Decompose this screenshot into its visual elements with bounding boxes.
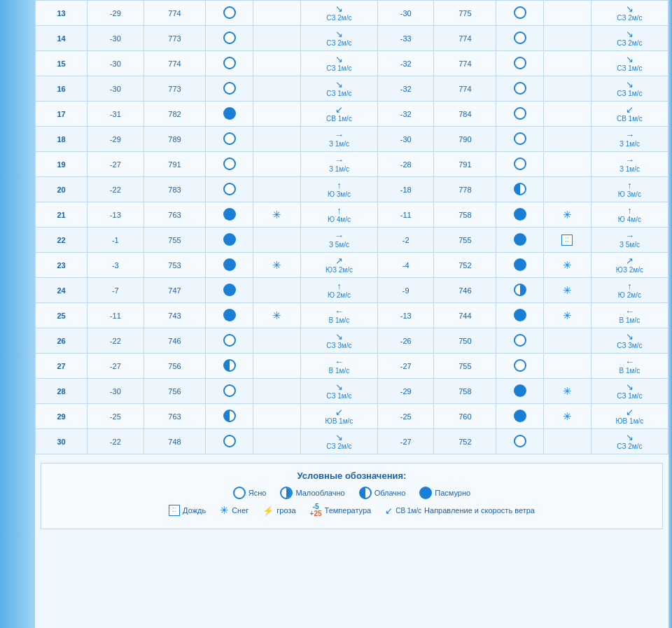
wind-arrow-icon: ↑	[592, 205, 667, 216]
rain-icon: ⁚⁚	[169, 505, 180, 516]
wind-text: СЗ 3м/с	[617, 342, 642, 349]
weather-table: 13-29774↘СЗ 2м/с-30775↘СЗ 2м/с14-30773↘С…	[35, 0, 668, 454]
wind-arrow-icon: ↘	[302, 79, 377, 90]
temp-cell: -33	[377, 26, 433, 51]
wind-text: В 1м/с	[329, 367, 350, 375]
wind-text: В 1м/с	[620, 367, 640, 375]
weather-icon-cell	[496, 127, 544, 152]
day-number: 25	[36, 303, 88, 328]
wind-text: СЗ 2м/с	[617, 442, 642, 450]
wind-arrow-icon: ↑	[302, 180, 377, 191]
wind-arrow-icon: ↘	[592, 29, 667, 40]
precip-cell	[253, 51, 301, 76]
weather-icon-cell	[496, 253, 544, 278]
table-row: 26-22746↘СЗ 3м/с-26750↘СЗ 3м/с	[36, 328, 668, 354]
precip-cell	[253, 1, 301, 26]
pressure-cell: 748	[144, 429, 206, 454]
wind-arrow-icon: ↘	[592, 382, 667, 393]
wind-cell: →З 1м/с	[300, 127, 377, 152]
precip-cell	[253, 354, 301, 379]
precip-cell: ✳	[253, 202, 301, 228]
temp-cell: -28	[377, 152, 433, 177]
weather-icon-cell	[496, 404, 544, 429]
wind-cell: ←В 1м/с	[300, 354, 377, 379]
weather-icon-cell	[206, 354, 253, 379]
wind-text: В 1м/с	[329, 316, 350, 324]
pressure-cell: 789	[144, 127, 206, 152]
wind-cell: ↗ЮЗ 2м/с	[591, 253, 668, 278]
wind-text: СЗ 1м/с	[617, 90, 642, 97]
temp-cell: -27	[377, 429, 433, 454]
temp-cell: -30	[88, 379, 144, 404]
wind-cell: ↑Ю 4м/с	[302, 205, 377, 225]
temp-cell: -30	[88, 76, 144, 102]
precip-cell	[544, 328, 592, 354]
wind-cell: ↘СЗ 1м/с	[592, 54, 667, 74]
wind-arrow-icon: ↘	[302, 331, 377, 342]
wind-cell: ↙СВ 1м/с	[302, 104, 377, 124]
wind-cell: ↘СЗ 2м/с	[300, 1, 377, 26]
legend-storm: ⚡ гроза	[262, 505, 295, 516]
precip-cell	[544, 127, 592, 152]
snow-icon: ✳	[220, 504, 229, 517]
wind-text: В 1м/с	[620, 316, 640, 324]
precip-cell	[253, 177, 301, 202]
weather-icon-cell	[206, 429, 253, 454]
circle-empty-icon	[233, 487, 246, 499]
weather-icon-cell	[496, 177, 544, 202]
wind-cell: →З 1м/с	[591, 152, 668, 177]
wind-cell: ↘СЗ 1м/с	[591, 51, 668, 76]
wind-cell: ↘СЗ 2м/с	[591, 429, 668, 454]
weather-icon-cell	[496, 379, 544, 404]
pressure-cell: 746	[434, 278, 496, 303]
precip-cell	[253, 127, 301, 152]
wind-cell: ↑Ю 4м/с	[591, 202, 668, 228]
wind-arrow-icon: ←	[302, 306, 377, 317]
legend-temp-label: Температура	[325, 506, 372, 515]
wind-cell: ↙СВ 1м/с	[592, 104, 667, 124]
temp-cell: -29	[88, 1, 144, 26]
wind-cell: ↘СЗ 2м/с	[591, 26, 668, 51]
wind-cell: ↙ЮВ 1м/с	[591, 404, 668, 429]
temp-cell: -25	[88, 404, 144, 429]
day-number: 29	[36, 404, 88, 429]
wind-cell: →З 1м/с	[300, 152, 377, 177]
circle-quarter-icon	[280, 487, 293, 499]
weather-icon-cell	[206, 328, 253, 354]
wind-text: З 5м/с	[620, 241, 640, 249]
legend-section: Условные обозначения: Ясно Малооблачно О…	[41, 463, 663, 529]
legend-cloudy-label: Облачно	[374, 489, 406, 497]
day-number: 28	[36, 379, 88, 404]
wind-arrow-icon: ↑	[592, 281, 667, 292]
pressure-cell: 756	[144, 354, 206, 379]
wind-cell: ↑Ю 2м/с	[591, 278, 668, 303]
wind-cell: ↙ЮВ 1м/с	[300, 404, 377, 429]
precip-cell	[253, 379, 301, 404]
pressure-cell: 752	[434, 429, 496, 454]
wind-text: СЗ 1м/с	[617, 392, 642, 400]
wind-cell: →З 5м/с	[302, 230, 377, 250]
weather-icon-cell	[496, 76, 544, 102]
wind-text: ЮВ 1м/с	[326, 417, 354, 425]
wind-cell: ↑Ю 2м/с	[302, 281, 377, 300]
wind-text: Ю 3м/с	[618, 190, 641, 198]
wind-cell: ↘СЗ 1м/с	[591, 379, 668, 404]
table-row: 19-27791→З 1м/с-28791→З 1м/с	[36, 152, 668, 177]
day-number: 18	[36, 127, 88, 152]
temp-cell: -27	[88, 152, 144, 177]
table-row: 17-31782↙СВ 1м/с-32784↙СВ 1м/с	[36, 102, 668, 127]
precip-cell	[253, 76, 301, 102]
legend-row1: Ясно Малооблачно Облачно Пасмурно	[48, 487, 655, 499]
precip-cell: ✳	[544, 253, 592, 278]
pressure-cell: 775	[434, 1, 496, 26]
weather-icon-cell	[496, 102, 544, 127]
wind-text: З 1м/с	[620, 140, 640, 148]
wind-cell: ↘СЗ 2м/с	[302, 4, 377, 23]
wind-cell: →З 1м/с	[302, 155, 377, 174]
day-number: 13	[36, 1, 88, 26]
precip-cell: ✳	[253, 303, 301, 328]
wind-cell: ↑Ю 3м/с	[302, 180, 377, 200]
day-number: 14	[36, 26, 88, 51]
table-row: 30-22748↘СЗ 2м/с-27752↘СЗ 2м/с	[36, 429, 668, 454]
day-number: 17	[36, 102, 88, 127]
